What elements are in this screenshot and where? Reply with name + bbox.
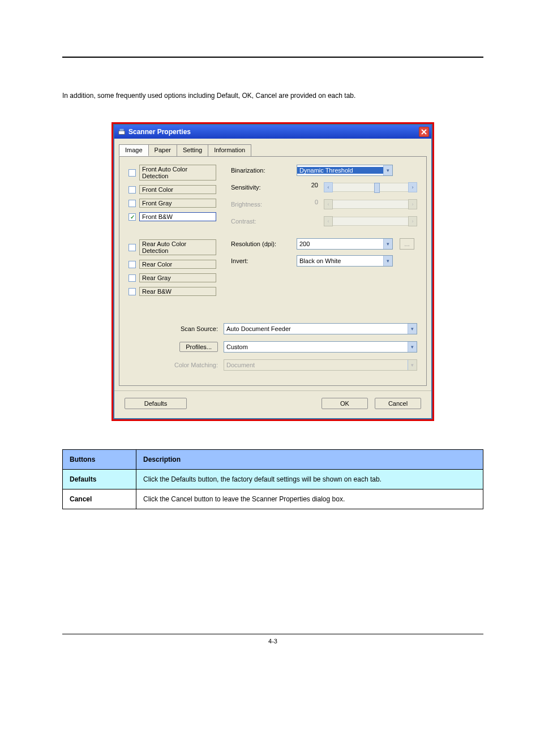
- front-gray-checkbox[interactable]: [128, 200, 136, 207]
- sensitivity-right-arrow[interactable]: ›: [408, 182, 417, 192]
- cell-defaults-desc: Click the Defaults button, the factory d…: [136, 470, 483, 489]
- invert-value: Black on White: [297, 257, 383, 264]
- tab-information[interactable]: Information: [208, 144, 251, 156]
- invert-label: Invert:: [231, 257, 293, 264]
- screenshot-highlight-box: Scanner Properties Image Paper Setting I…: [112, 122, 434, 421]
- front-auto-color-label[interactable]: Front Auto Color Detection: [139, 165, 216, 181]
- brightness-value: 0: [297, 199, 320, 210]
- front-auto-color-row: Front Auto Color Detection: [128, 165, 216, 181]
- tab-paper[interactable]: Paper: [148, 144, 177, 156]
- scan-source-value: Auto Document Feeder: [224, 325, 408, 332]
- chevron-down-icon: ▾: [408, 324, 417, 334]
- front-color-checkbox[interactable]: [128, 186, 136, 194]
- rear-color-checkbox[interactable]: [128, 261, 136, 268]
- resolution-combo[interactable]: 200 ▾: [297, 238, 393, 250]
- cell-cancel-desc: Click the Cancel button to leave the Sca…: [136, 489, 483, 509]
- invert-combo[interactable]: Black on White ▾: [297, 255, 393, 267]
- tab-strip: Image Paper Setting Information: [114, 139, 431, 156]
- contrast-slider: [333, 217, 408, 226]
- resolution-more-button[interactable]: …: [400, 238, 414, 250]
- brightness-left-arrow: ‹: [324, 199, 333, 209]
- resolution-value: 200: [297, 240, 383, 247]
- chevron-down-icon: ▾: [408, 342, 417, 352]
- side-selection-column: Front Auto Color Detection Front Color F…: [128, 165, 216, 300]
- sensitivity-label: Sensitivity:: [231, 184, 293, 191]
- tab-image[interactable]: Image: [119, 144, 149, 156]
- sensitivity-slider[interactable]: [333, 183, 408, 192]
- button-bar: Defaults OK Cancel: [114, 390, 431, 418]
- binarization-value: Dynamic Threshold: [297, 167, 383, 174]
- binarization-combo[interactable]: Dynamic Threshold ▾: [297, 165, 393, 176]
- cell-defaults-name: Defaults: [63, 470, 136, 489]
- binarization-label: Binarization:: [231, 167, 293, 174]
- table-header-description: Description: [136, 450, 483, 470]
- rear-auto-color-row: Rear Auto Color Detection: [128, 239, 216, 255]
- contrast-label: Contrast:: [231, 218, 293, 225]
- contrast-left-arrow: ‹: [324, 216, 333, 226]
- scan-source-combo[interactable]: Auto Document Feeder ▾: [224, 323, 417, 334]
- rear-gray-row: Rear Gray: [128, 273, 216, 282]
- front-bw-row: Front B&W: [128, 212, 216, 221]
- sensitivity-left-arrow[interactable]: ‹: [324, 182, 333, 192]
- scan-source-label: Scan Source:: [128, 325, 224, 332]
- front-bw-checkbox[interactable]: [128, 213, 136, 221]
- buttons-description-table: Buttons Description Defaults Click the D…: [62, 449, 483, 509]
- rear-bw-checkbox[interactable]: [128, 288, 136, 295]
- front-auto-color-checkbox[interactable]: [128, 169, 136, 177]
- color-matching-combo: Document ▾: [224, 359, 417, 371]
- header-rule: [62, 57, 483, 58]
- cancel-button[interactable]: Cancel: [375, 398, 421, 409]
- color-matching-value: Document: [224, 362, 408, 368]
- profiles-button[interactable]: Profiles...: [179, 342, 218, 352]
- brightness-slider: [333, 200, 408, 209]
- front-color-row: Front Color: [128, 185, 216, 194]
- resolution-label: Resolution (dpi):: [231, 240, 293, 247]
- lower-settings: Scan Source: Auto Document Feeder ▾ Prof…: [128, 323, 417, 377]
- svg-rect-0: [119, 131, 125, 134]
- ok-button[interactable]: OK: [322, 398, 368, 409]
- tab-setting[interactable]: Setting: [177, 144, 208, 156]
- close-button[interactable]: [419, 127, 429, 137]
- rear-auto-color-label[interactable]: Rear Auto Color Detection: [139, 239, 216, 255]
- contrast-right-arrow: ›: [408, 216, 417, 226]
- chevron-down-icon: ▾: [408, 360, 417, 370]
- front-gray-label[interactable]: Front Gray: [139, 199, 216, 208]
- titlebar: Scanner Properties: [114, 125, 431, 139]
- cell-cancel-name: Cancel: [63, 489, 136, 509]
- footer-rule: [62, 634, 483, 634]
- brightness-label: Brightness:: [231, 201, 293, 208]
- defaults-button[interactable]: Defaults: [125, 398, 187, 409]
- svg-rect-1: [120, 129, 124, 131]
- rear-gray-label[interactable]: Rear Gray: [139, 273, 216, 282]
- front-gray-row: Front Gray: [128, 199, 216, 208]
- image-settings-column: Binarization: Dynamic Threshold ▾ Sensit…: [231, 165, 417, 300]
- chevron-down-icon: ▾: [383, 256, 392, 266]
- table-header-buttons: Buttons: [63, 450, 136, 470]
- rear-color-label[interactable]: Rear Color: [139, 260, 216, 269]
- profiles-combo[interactable]: Custom ▾: [224, 341, 417, 353]
- chevron-down-icon: ▾: [383, 165, 392, 175]
- app-icon: [118, 128, 126, 136]
- sensitivity-value: 20: [297, 182, 320, 193]
- color-matching-label: Color Matching:: [128, 362, 224, 368]
- rear-auto-color-checkbox[interactable]: [128, 244, 136, 251]
- brightness-right-arrow: ›: [408, 199, 417, 209]
- rear-color-row: Rear Color: [128, 260, 216, 269]
- front-color-label[interactable]: Front Color: [139, 185, 216, 194]
- scanner-properties-dialog: Scanner Properties Image Paper Setting I…: [113, 124, 432, 419]
- rear-bw-row: Rear B&W: [128, 287, 216, 296]
- chevron-down-icon: ▾: [383, 239, 392, 249]
- contrast-value: [297, 216, 320, 227]
- rear-bw-label[interactable]: Rear B&W: [139, 287, 216, 296]
- table-row: Defaults Click the Defaults button, the …: [63, 470, 483, 489]
- table-header-row: Buttons Description: [63, 450, 483, 470]
- profiles-value: Custom: [224, 343, 408, 350]
- table-row: Cancel Click the Cancel button to leave …: [63, 489, 483, 509]
- front-bw-label[interactable]: Front B&W: [139, 212, 216, 221]
- intro-paragraph: In addition, some frequently used option…: [62, 92, 483, 100]
- dialog-title: Scanner Properties: [128, 128, 191, 136]
- close-icon: [421, 129, 427, 135]
- page-number: 4-3: [62, 638, 483, 645]
- sensitivity-thumb[interactable]: [374, 183, 380, 193]
- rear-gray-checkbox[interactable]: [128, 274, 136, 282]
